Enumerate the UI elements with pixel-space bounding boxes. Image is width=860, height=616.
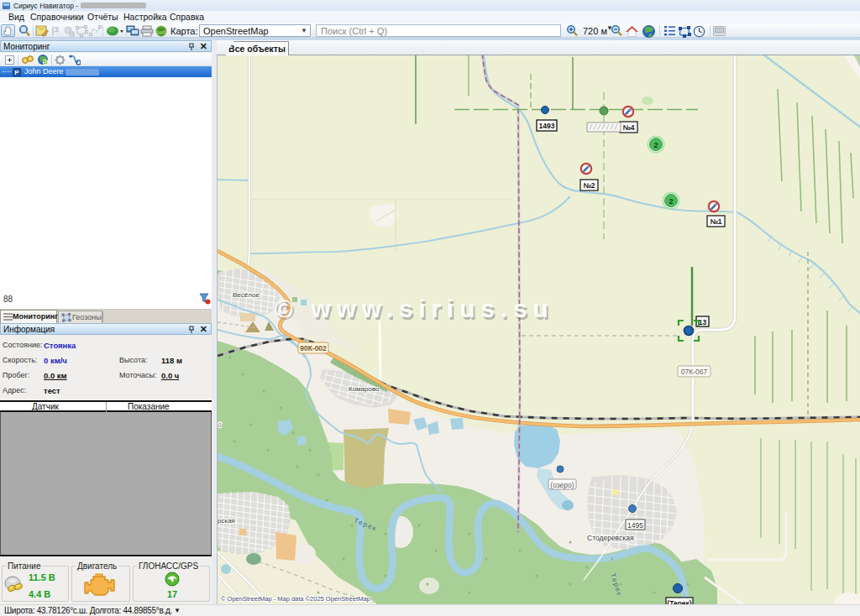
svg-text:2: 2 bbox=[653, 141, 658, 149]
svg-text:1495: 1495 bbox=[627, 521, 643, 530]
svg-text:№1: №1 bbox=[710, 217, 721, 226]
svg-text:Комарово: Комарово bbox=[349, 385, 380, 393]
svg-text:(Терек): (Терек) bbox=[667, 599, 692, 605]
svg-text:P: P bbox=[14, 69, 19, 76]
svg-text:1493: 1493 bbox=[539, 122, 555, 130]
svg-text:рская: рская bbox=[218, 517, 235, 525]
svg-text:(озеро): (озеро) bbox=[550, 481, 574, 489]
svg-text:© OpenStreetMap - Map data ©20: © OpenStreetMap - Map data ©2025 OpenStr… bbox=[221, 595, 370, 603]
svg-text:й: й bbox=[218, 421, 222, 429]
svg-text:2: 2 bbox=[669, 197, 673, 206]
svg-text:Стодеревская: Стодеревская bbox=[587, 534, 634, 542]
svg-text:07К-067: 07К-067 bbox=[681, 368, 708, 376]
svg-text:© www.sirius.su: © www.sirius.su bbox=[275, 295, 554, 322]
svg-text:90К-002: 90К-002 bbox=[300, 344, 327, 352]
svg-text:13: 13 bbox=[699, 318, 707, 326]
svg-text:№4: №4 bbox=[622, 123, 634, 132]
svg-text:Весёлое: Весёлое bbox=[233, 291, 260, 299]
svg-text:№2: №2 bbox=[583, 181, 595, 190]
